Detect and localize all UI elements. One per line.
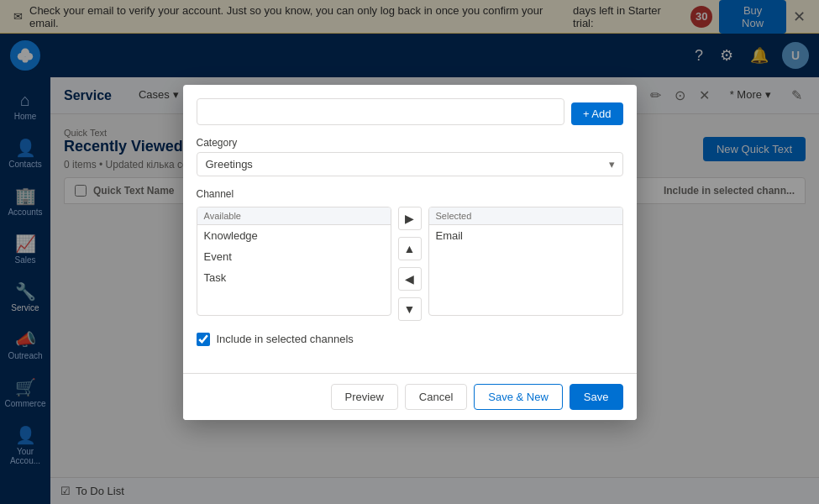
include-checkbox[interactable] [197, 333, 210, 346]
move-left-button[interactable]: ◀ [398, 267, 422, 291]
modal-body: + Add Category Greetings Closing Follow-… [183, 85, 637, 373]
available-list-container: Available Knowledge Event Task [197, 207, 391, 316]
modal-footer: Preview Cancel Save & New Save [183, 373, 637, 420]
channel-label: Channel [197, 188, 623, 200]
move-right-button[interactable]: ▶ [398, 207, 422, 230]
include-label: Include in selected channels [217, 333, 354, 345]
available-header: Available [197, 207, 391, 225]
modal-overlay: + Add Category Greetings Closing Follow-… [0, 0, 819, 504]
available-item-knowledge[interactable]: Knowledge [197, 225, 391, 246]
category-label: Category [197, 137, 623, 149]
top-input-row: + Add [197, 98, 623, 125]
channel-arrows: ▶ ▲ ◀ ▼ [391, 207, 428, 321]
top-action-button[interactable]: + Add [571, 102, 623, 125]
selected-item-email[interactable]: Email [429, 225, 622, 246]
category-select[interactable]: Greetings Closing Follow-up Support [197, 152, 623, 176]
move-down-button[interactable]: ▼ [398, 297, 422, 321]
category-select-wrapper: Greetings Closing Follow-up Support ▾ [197, 152, 623, 176]
move-up-button[interactable]: ▲ [398, 237, 422, 260]
category-field-group: Category Greetings Closing Follow-up Sup… [197, 137, 623, 176]
available-item-task[interactable]: Task [197, 267, 391, 288]
modal: + Add Category Greetings Closing Follow-… [183, 85, 637, 420]
selected-header: Selected [429, 207, 622, 225]
save-new-button[interactable]: Save & New [474, 384, 563, 410]
save-button[interactable]: Save [570, 384, 623, 410]
selected-list-container: Selected Email [428, 207, 623, 316]
include-checkbox-row: Include in selected channels [197, 333, 623, 346]
name-field-group [197, 98, 564, 125]
name-input[interactable] [197, 98, 564, 125]
cancel-button[interactable]: Cancel [405, 384, 467, 410]
available-channel-list: Available Knowledge Event Task [197, 207, 391, 316]
channel-grid: Available Knowledge Event Task ▶ ▲ ◀ ▼ [197, 207, 623, 321]
selected-channel-list: Selected Email [428, 207, 623, 316]
preview-button[interactable]: Preview [331, 384, 398, 410]
channel-section: Channel Available Knowledge Event Task ▶ [197, 188, 623, 321]
available-item-event[interactable]: Event [197, 246, 391, 267]
